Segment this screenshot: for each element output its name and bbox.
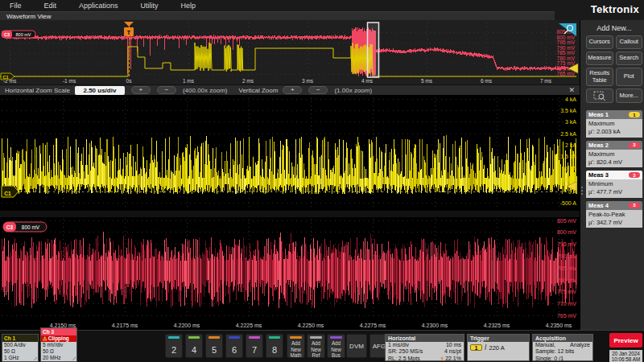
menu-file[interactable]: File	[10, 2, 22, 10]
channel-2-button[interactable]: 2	[165, 334, 183, 358]
c3-overview-badge[interactable]: C3800 mV	[2, 31, 35, 38]
source-badge: 3	[629, 142, 640, 148]
results-sidebar: Add New... CursorsCalloutMeasureSearchRe…	[580, 20, 644, 330]
h-zoom-minus-button[interactable]: −	[157, 86, 176, 94]
horizontal-panel[interactable]: Horizontal 1 ms/div10 msSR: 250 MS/s4 ns…	[385, 334, 464, 361]
zoom-toolbar: Horizontal Zoom Scale + − (400.00x zoom)…	[0, 84, 580, 96]
add-new-bus-button[interactable]: AddNewBus	[327, 334, 345, 358]
svg-text:1 kA: 1 kA	[565, 166, 576, 171]
measurement-values: Peak-to-Peakµ': 342.7 mV	[586, 210, 642, 228]
svg-text:4 ms: 4 ms	[361, 78, 374, 84]
zoomed-waveform-view[interactable]: 4 kA3.5 kA3 kA2.5 kA2 kA1.5 kA1 kA500 A0…	[0, 96, 580, 330]
drag-grip-icon[interactable]	[581, 187, 583, 195]
svg-text:4 kA: 4 kA	[565, 97, 576, 102]
channel-1-badge[interactable]: Ch 1 500 A/div50 Ω1 GHz ↕	[2, 334, 39, 362]
svg-text:C3: C3	[6, 224, 14, 230]
measurement-name: Meas 1	[588, 111, 609, 118]
measurement-panel[interactable]: Meas 11Maximumµ': 2.003 kA	[586, 110, 642, 138]
menu-utility[interactable]: Utility	[141, 2, 159, 10]
svg-text:0s: 0s	[126, 78, 133, 84]
channel-7-button[interactable]: 7	[246, 334, 263, 358]
h-zoom-plus-button[interactable]: +	[131, 86, 151, 94]
cursors-button[interactable]: Cursors	[586, 35, 613, 49]
preview-button[interactable]: Preview	[609, 333, 642, 348]
svg-text:4.2275 ms: 4.2275 ms	[360, 323, 386, 328]
main-plot: 4 kA3.5 kA3 kA2.5 kA2 kA1.5 kA1 kA500 A0…	[0, 96, 580, 330]
c3-channel-badge[interactable]: C3800 mV	[3, 222, 47, 232]
search-button[interactable]: Search	[616, 51, 643, 65]
measurement-panel[interactable]: Meas 23Maximumµ': 820.4 mV	[586, 141, 642, 168]
channel-1-name: Ch 1	[2, 335, 38, 342]
waveform-overview[interactable]: T-2 ms-1 ms0s1 ms2 ms3 ms4 ms5 ms6 ms7 m…	[0, 20, 580, 84]
acquisition-title: Acquisition	[533, 335, 592, 342]
menu-help[interactable]: Help	[181, 2, 196, 10]
top-strip: FileEditApplicationsUtilityHelp Waveform…	[0, 0, 644, 20]
source-badge: 1	[629, 112, 640, 117]
clipping-warning: ⚠Clipping	[41, 335, 76, 342]
close-icon[interactable]: ✕	[568, 86, 575, 94]
svg-text:-1 ms: -1 ms	[63, 78, 76, 84]
measurement-panel[interactable]: Meas 33Minimumµ': 477.7 mV	[586, 171, 642, 198]
svg-text:765 mV: 765 mV	[557, 313, 576, 319]
c1-channel-badge[interactable]: C1	[2, 186, 19, 197]
h-zoom-factor: (400.00x zoom)	[183, 87, 228, 94]
svg-text:775 mV: 775 mV	[557, 289, 576, 294]
zoom-overlay-icon-button[interactable]	[586, 88, 613, 103]
channel-6-button[interactable]: 6	[225, 334, 243, 358]
svg-text:800 mV: 800 mV	[22, 224, 40, 230]
tab-waveform-view[interactable]: Waveform View	[0, 13, 52, 20]
acquisition-panel[interactable]: Acquisition Manual,AnalyzeSample: 12 bit…	[532, 334, 593, 361]
v-zoom-plus-button[interactable]: +	[283, 86, 302, 94]
add-new-ref-button[interactable]: AddNewRef	[307, 334, 325, 358]
horizontal-row: RL: 2.5 Mpts▼22.1%	[386, 356, 464, 362]
results-table-button[interactable]: Results Table	[586, 68, 613, 86]
bottom-bar: Ch 1 500 A/div50 Ω1 GHz ↕ Ch 3 ⚠Clipping…	[0, 330, 644, 362]
channel-8-button[interactable]: 8	[266, 334, 283, 358]
svg-text:-500 A: -500 A	[560, 200, 577, 206]
source-badge: 3	[629, 172, 640, 178]
channel-3-name: Ch 3	[41, 328, 76, 335]
v-zoom-minus-button[interactable]: −	[308, 86, 328, 94]
dvm-button[interactable]: DVM	[346, 334, 367, 358]
svg-text:4.2300 ms: 4.2300 ms	[422, 323, 448, 328]
channel-3-badge[interactable]: Ch 3 ⚠Clipping 5 mV/div50 Ω20 MHz ↕	[40, 327, 77, 362]
time-label: 10:06:58 AM	[609, 356, 642, 362]
add-new-title: Add New...	[586, 24, 642, 32]
callout-button[interactable]: Callout	[616, 35, 643, 49]
svg-text:4.2200 ms: 4.2200 ms	[174, 323, 200, 328]
zoom-window-indicator[interactable]	[368, 23, 379, 77]
more--button[interactable]: More...	[616, 88, 643, 103]
trigger-panel[interactable]: Trigger 1 / 220 A	[467, 334, 530, 361]
waveform-column: T-2 ms-1 ms0s1 ms2 ms3 ms4 ms5 ms6 ms7 m…	[0, 20, 580, 330]
measurement-values: Maximumµ': 820.4 mV	[586, 150, 642, 168]
svg-text:C3: C3	[4, 32, 10, 37]
svg-text:4.2225 ms: 4.2225 ms	[236, 323, 262, 328]
svg-text:800 mV: 800 mV	[16, 32, 31, 37]
horizontal-zoom-scale-input[interactable]	[75, 86, 125, 95]
measurement-panel[interactable]: Meas 43Peak-to-Peakµ': 342.7 mV	[586, 201, 642, 228]
measurement-values: Maximumµ': 2.003 kA	[586, 119, 642, 138]
overview-plot: T-2 ms-1 ms0s1 ms2 ms3 ms4 ms5 ms6 ms7 m…	[0, 20, 580, 84]
warning-icon: ⚠	[43, 335, 47, 341]
measurement-values: Minimumµ': 477.7 mV	[586, 179, 642, 198]
menu-bar: FileEditApplicationsUtilityHelp	[0, 0, 644, 11]
acquisition-row: Sample: 12 bits	[533, 348, 592, 355]
plot-button[interactable]: Plot	[616, 68, 643, 86]
measurement-name: Meas 4	[588, 202, 609, 209]
trigger-level: 220 A	[489, 344, 505, 352]
svg-text:C1: C1	[2, 75, 8, 80]
menu-applications[interactable]: Applications	[79, 2, 118, 10]
svg-text:780 mV: 780 mV	[557, 278, 576, 283]
svg-text:790 mV: 790 mV	[557, 253, 576, 259]
channel-setting: 1 GHz	[2, 355, 38, 361]
channel-setting: 50 Ω	[41, 348, 76, 355]
channel-setting: 20 MHz	[41, 355, 76, 361]
svg-text:3 ms: 3 ms	[302, 78, 314, 84]
add-new-math-button[interactable]: AddNewMath	[287, 334, 305, 358]
measure-button[interactable]: Measure	[586, 51, 613, 65]
c1-overview-trace	[0, 43, 576, 76]
channel-4-button[interactable]: 4	[185, 334, 203, 358]
channel-5-button[interactable]: 5	[205, 334, 223, 358]
trigger-position-marker[interactable]	[124, 22, 134, 27]
menu-edit[interactable]: Edit	[44, 2, 57, 10]
